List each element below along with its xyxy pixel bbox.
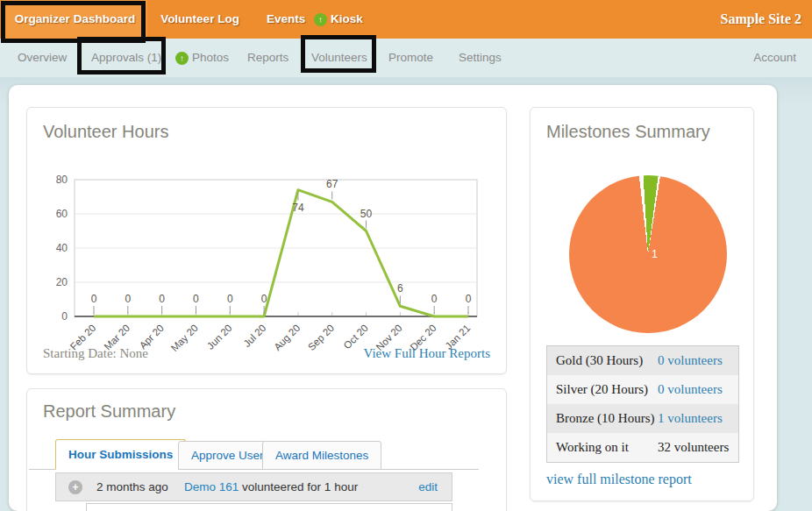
subnav-photos[interactable]: ↑Photos — [175, 39, 229, 77]
svg-text:0: 0 — [159, 293, 165, 305]
annotation-box-volunteers — [301, 35, 376, 73]
volunteer-count-link[interactable]: 0 volunteers — [658, 353, 738, 368]
submission-user-link[interactable]: Demo 161 — [184, 480, 239, 493]
svg-text:6: 6 — [397, 282, 403, 295]
kiosk-up-arrow-icon: ↑ — [314, 13, 327, 26]
milestone-label: Silver (20 Hours) — [556, 382, 658, 397]
nav-events[interactable]: Events — [267, 0, 305, 39]
milestone-label: Bronze (10 Hours) — [556, 411, 658, 426]
view-full-milestone-report-link[interactable]: view full milestone report — [546, 472, 692, 487]
svg-text:20: 20 — [56, 276, 68, 288]
subnav-reports[interactable]: Reports — [247, 39, 288, 77]
nav-kiosk[interactable]: ↑Kiosk — [314, 0, 363, 39]
svg-text:Sep 20: Sep 20 — [306, 323, 336, 352]
report-tabs: Hour Submissions Approve Users Award Mil… — [29, 439, 479, 470]
pie-green-slice-label: 1 — [652, 248, 658, 260]
milestone-row-working: Working on it 32 volunteers — [547, 433, 738, 462]
expand-plus-icon[interactable]: + — [68, 480, 82, 494]
svg-text:0: 0 — [261, 293, 267, 305]
hour-submission-row-partial — [86, 503, 452, 511]
svg-text:0: 0 — [466, 293, 472, 305]
svg-text:May 20: May 20 — [169, 323, 200, 353]
edit-link[interactable]: edit — [418, 480, 438, 493]
svg-text:Aug 20: Aug 20 — [272, 323, 302, 352]
subnav-overview[interactable]: Overview — [18, 39, 67, 77]
milestones-pie-chart: 1 32 — [569, 175, 727, 333]
subnav-account[interactable]: Account — [753, 39, 796, 77]
volunteer-hours-title: Volunteer Hours — [43, 122, 168, 142]
svg-text:0: 0 — [91, 293, 97, 305]
tab-hour-submissions[interactable]: Hour Submissions — [55, 439, 186, 470]
svg-text:74: 74 — [292, 202, 304, 214]
svg-text:40: 40 — [56, 242, 68, 254]
volunteer-count-link[interactable]: 0 volunteers — [658, 382, 738, 397]
submission-time: 2 months ago — [96, 480, 184, 493]
milestones-table: Gold (30 Hours) 0 volunteers Silver (20 … — [546, 345, 739, 463]
photos-up-arrow-icon: ↑ — [175, 52, 189, 65]
svg-text:0: 0 — [125, 293, 131, 305]
volunteer-count-text: 32 volunteers — [658, 440, 738, 455]
milestone-label: Working on it — [556, 440, 658, 455]
milestone-row-gold: Gold (30 Hours) 0 volunteers — [547, 346, 738, 375]
svg-text:60: 60 — [56, 208, 68, 220]
svg-text:50: 50 — [360, 208, 373, 220]
site-name[interactable]: Sample Site 2 — [721, 0, 801, 39]
nav-volunteer-log[interactable]: Volunteer Log — [158, 0, 242, 39]
submission-text: Demo 161 volunteered for 1 hour — [184, 480, 358, 493]
tab-award-milestones[interactable]: Award Milestones — [262, 441, 381, 470]
subnav-settings[interactable]: Settings — [459, 39, 502, 77]
svg-text:Jul 20: Jul 20 — [241, 323, 267, 349]
milestones-summary-title: Milestones Summary — [546, 122, 710, 142]
svg-text:0: 0 — [227, 293, 233, 305]
report-summary-card: Report Summary Hour Submissions Approve … — [26, 388, 507, 511]
submission-detail: volunteered for 1 hour — [242, 480, 358, 493]
starting-date-text: Starting Date: None — [43, 346, 148, 361]
milestone-label: Gold (30 Hours) — [556, 353, 658, 368]
volunteer-hours-chart: 000000746750600020406080Feb 20Mar 20Apr … — [41, 171, 488, 366]
milestones-summary-card: Milestones Summary 1 32 Gold (30 Hours) … — [530, 107, 754, 501]
subnav-photos-label: Photos — [192, 51, 229, 64]
volunteer-hours-card: Volunteer Hours 000000746750600020406080… — [26, 107, 507, 374]
volunteer-count-link[interactable]: 1 volunteers — [658, 411, 738, 426]
hour-submission-row: + 2 months ago Demo 161 volunteered for … — [55, 472, 452, 501]
svg-text:67: 67 — [326, 178, 338, 190]
svg-text:0: 0 — [431, 293, 438, 305]
subnav-promote[interactable]: Promote — [388, 39, 433, 77]
report-summary-title: Report Summary — [43, 401, 175, 422]
svg-text:0: 0 — [61, 310, 68, 323]
svg-text:0: 0 — [193, 293, 199, 305]
nav-kiosk-label: Kiosk — [331, 12, 363, 25]
annotation-box-approvals — [77, 37, 166, 75]
svg-text:Jun 20: Jun 20 — [205, 323, 234, 351]
svg-text:80: 80 — [56, 174, 68, 186]
milestone-row-bronze: Bronze (10 Hours) 1 volunteers — [547, 404, 738, 433]
view-full-hour-reports-link[interactable]: View Full Hour Reports — [363, 346, 490, 361]
milestone-row-silver: Silver (20 Hours) 0 volunteers — [547, 375, 738, 404]
